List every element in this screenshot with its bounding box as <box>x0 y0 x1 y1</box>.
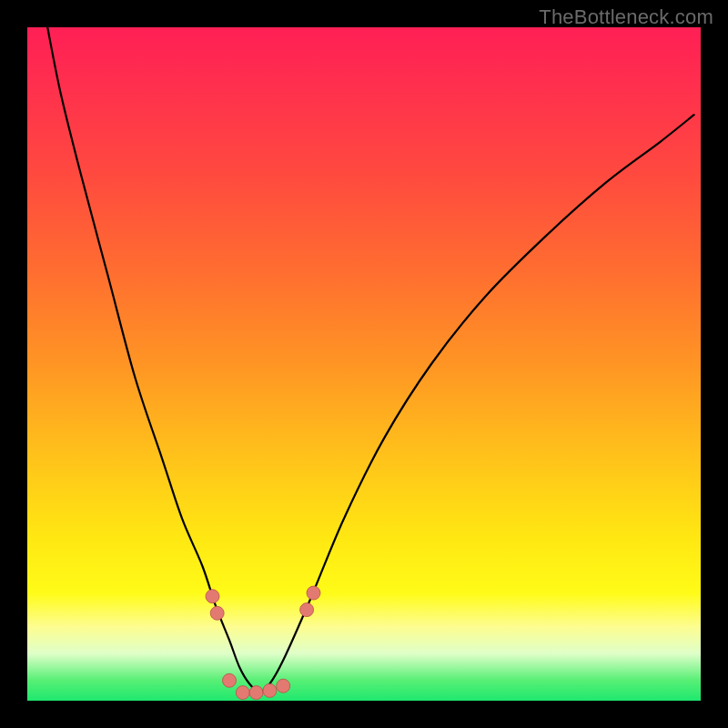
bottleneck-curve <box>47 27 693 692</box>
bottleneck-curve-chart <box>27 27 701 701</box>
curve-marker <box>307 586 320 600</box>
curve-marker <box>263 683 277 697</box>
watermark-text: TheBottleneck.com <box>539 5 713 29</box>
curve-marker <box>223 673 237 687</box>
curve-marker <box>249 686 263 700</box>
curve-marker <box>206 590 219 603</box>
curve-marker <box>277 679 290 693</box>
chart-frame: TheBottleneck.com <box>0 0 728 728</box>
plot-area <box>27 27 701 701</box>
curve-marker <box>300 603 314 617</box>
curve-marker <box>236 686 249 700</box>
curve-marker <box>210 606 224 620</box>
